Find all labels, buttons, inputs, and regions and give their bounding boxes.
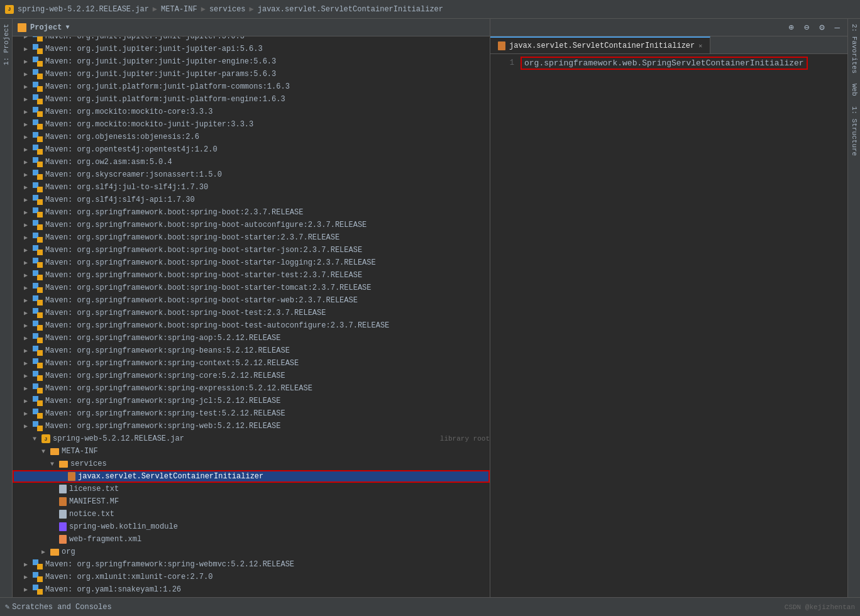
tree-item-maven-spring-boot-starter-web[interactable]: ▶Maven: org.springframework.boot:spring-…	[13, 294, 490, 307]
maven-icon	[33, 371, 43, 381]
toolbar-btn-remove[interactable]: ⊖	[802, 21, 812, 34]
tree-item-file-manifest[interactable]: MANIFEST.MF	[13, 495, 490, 508]
tree-item-maven-spring-webmvc[interactable]: ▶Maven: org.springframework:spring-webmv…	[13, 558, 490, 571]
watermark: CSDN @kejizhentan	[785, 603, 855, 611]
tree-item-maven-junit-platform-engine[interactable]: ▶Maven: org.junit.platform:junit-platfor…	[13, 93, 490, 106]
tree-item-maven-spring-boot-autoconfigure[interactable]: ▶Maven: org.springframework.boot:spring-…	[13, 219, 490, 231]
tree-item-folder-meta-inf[interactable]: ▼META-INF	[13, 445, 490, 458]
tree-item-maven-skyscreamer-jsonassert[interactable]: ▶Maven: org.skyscreamer:jsonassert:1.5.0	[13, 168, 490, 181]
maven-icon	[33, 57, 43, 67]
tree-item-label: Maven: org.yaml:snakeyaml:1.26	[45, 585, 490, 594]
tree-item-maven-ow2-asm[interactable]: ▶Maven: org.ow2.asm:asm:5.0.4	[13, 156, 490, 168]
tree-arrow: ▶	[24, 246, 33, 254]
tree-item-label: Maven: org.springframework:spring-webmvc…	[45, 560, 490, 569]
tree-item-label: MANIFEST.MF	[69, 497, 490, 506]
kotlin-file-icon	[59, 522, 67, 531]
scratches-consoles[interactable]: ✎ Scratches and Consoles	[5, 602, 112, 612]
tree-item-maven-spring-boot-starter-tomcat[interactable]: ▶Maven: org.springframework.boot:spring-…	[13, 282, 490, 294]
title-services: services	[209, 5, 246, 14]
tree-item-maven-junit-jupiter-params[interactable]: ▶Maven: org.junit.jupiter:junit-jupiter-…	[13, 68, 490, 80]
right-tab-structure[interactable]: 1: Structure	[849, 101, 859, 161]
tree-item-maven-mockito-junit-jupiter[interactable]: ▶Maven: org.mockito:mockito-junit-jupite…	[13, 118, 490, 131]
tree-item-maven-spring-boot-test[interactable]: ▶Maven: org.springframework.boot:spring-…	[13, 307, 490, 319]
editor-content[interactable]: 1 org.springframework.web.SpringServletC…	[490, 54, 847, 597]
tree-arrow: ▶	[24, 410, 33, 417]
tree-item-label: Maven: org.skyscreamer:jsonassert:1.5.0	[45, 170, 490, 179]
panel-arrow[interactable]: ▼	[65, 24, 69, 31]
tree-item-maven-xmlunit-core[interactable]: ▶Maven: org.xmlunit:xmlunit-core:2.7.0	[13, 571, 490, 583]
tree-item-maven-spring-jcl[interactable]: ▶Maven: org.springframework:spring-jcl:5…	[13, 395, 490, 407]
maven-icon	[33, 572, 43, 582]
toolbar-btn-add[interactable]: ⊕	[786, 21, 796, 34]
tree-item-maven-junit-platform-commons[interactable]: ▶Maven: org.junit.platform:junit-platfor…	[13, 80, 490, 93]
tree-item-maven-spring-expression[interactable]: ▶Maven: org.springframework:spring-expre…	[13, 382, 490, 395]
tree-item-maven-spring-boot-starter-logging[interactable]: ▶Maven: org.springframework.boot:spring-…	[13, 256, 490, 269]
tree-arrow: ▶	[24, 347, 33, 355]
maven-icon	[33, 559, 43, 569]
left-tab-project[interactable]: 1: Project	[1, 19, 11, 70]
tree-item-label: javax.servlet.ServletContainerInitialize…	[78, 472, 490, 481]
project-tree[interactable]: ▶Maven: org.junit.jupiter:junit-jupiter:…	[13, 36, 490, 597]
tree-item-maven-junit-jupiter[interactable]: ▶Maven: org.junit.jupiter:junit-jupiter:…	[13, 36, 490, 43]
tree-item-maven-mockito-core[interactable]: ▶Maven: org.mockito:mockito-core:3.3.3	[13, 106, 490, 118]
tree-item-label: Maven: org.junit.platform:junit-platform…	[45, 95, 490, 104]
tree-arrow: ▼	[41, 448, 50, 455]
tree-item-label: Maven: org.junit.jupiter:junit-jupiter-p…	[45, 70, 490, 79]
maven-icon	[33, 182, 43, 192]
tree-item-maven-spring-boot-test-autoconfigure[interactable]: ▶Maven: org.springframework.boot:spring-…	[13, 319, 490, 332]
tab-close-btn[interactable]: ✕	[698, 42, 702, 50]
toolbar-btn-settings[interactable]: ⚙	[817, 21, 827, 34]
tree-item-maven-junit-jupiter-engine[interactable]: ▶Maven: org.junit.jupiter:junit-jupiter-…	[13, 55, 490, 68]
editor-tab-servlet-initializer[interactable]: javax.servlet.ServletContainerInitialize…	[490, 36, 710, 53]
tree-item-label: Maven: org.springframework:spring-core:5…	[45, 371, 490, 380]
tree-item-maven-snakeyaml[interactable]: ▶Maven: org.yaml:snakeyaml:1.26	[13, 583, 490, 596]
tree-arrow: ▶	[24, 372, 33, 380]
tree-item-file-license[interactable]: license.txt	[13, 483, 490, 495]
maven-icon	[33, 195, 43, 205]
tree-item-maven-slf4j-api[interactable]: ▶Maven: org.slf4j:slf4j-api:1.7.30	[13, 194, 490, 206]
toolbar-btn-collapse[interactable]: —	[832, 21, 842, 34]
text-file-icon	[59, 510, 67, 519]
tree-item-label: Maven: org.springframework:spring-expres…	[45, 384, 490, 393]
tab-label: javax.servlet.ServletContainerInitialize…	[509, 41, 695, 50]
tree-item-label: Maven: org.springframework.boot:spring-b…	[45, 283, 490, 292]
tree-item-folder-services[interactable]: ▼services	[13, 458, 490, 470]
tree-item-file-kotlin-module[interactable]: spring-web.kotlin_module	[13, 520, 490, 533]
maven-icon	[33, 409, 43, 419]
tree-item-maven-objenesis[interactable]: ▶Maven: org.objenesis:objenesis:2.6	[13, 131, 490, 143]
tree-item-maven-spring-aop[interactable]: ▶Maven: org.springframework:spring-aop:5…	[13, 332, 490, 344]
right-tab-favorites[interactable]: 2: Favorites	[849, 19, 859, 79]
tree-item-maven-slf4j-jul[interactable]: ▶Maven: org.slf4j:jul-to-slf4j:1.7.30	[13, 181, 490, 194]
tree-item-file-notice[interactable]: notice.txt	[13, 508, 490, 520]
tree-item-file-web-fragment[interactable]: web-fragment.xml	[13, 533, 490, 546]
maven-icon	[33, 321, 43, 331]
tree-item-label: Maven: org.junit.jupiter:junit-jupiter:5…	[45, 36, 490, 41]
tree-arrow: ▶	[24, 158, 33, 166]
tree-item-maven-spring-core[interactable]: ▶Maven: org.springframework:spring-core:…	[13, 370, 490, 382]
tree-arrow: ▶	[24, 322, 33, 329]
right-tab-web[interactable]: Web	[849, 79, 859, 101]
tree-item-maven-spring-test[interactable]: ▶Maven: org.springframework:spring-test:…	[13, 407, 490, 420]
tree-item-jar-spring-web[interactable]: ▼Jspring-web-5.2.12.RELEASE.jarlibrary r…	[13, 432, 490, 445]
tree-item-label: Maven: org.springframework:spring-jcl:5.…	[45, 397, 490, 405]
tree-item-maven-spring-boot[interactable]: ▶Maven: org.springframework.boot:spring-…	[13, 206, 490, 219]
tree-item-maven-spring-boot-starter-test[interactable]: ▶Maven: org.springframework.boot:spring-…	[13, 269, 490, 282]
maven-icon	[33, 333, 43, 343]
tree-item-maven-spring-web[interactable]: ▶Maven: org.springframework:spring-web:5…	[13, 420, 490, 432]
tree-arrow: ▶	[24, 209, 33, 216]
tree-item-file-servlet-initializer[interactable]: javax.servlet.ServletContainerInitialize…	[13, 470, 490, 483]
tree-item-suffix: library root	[440, 435, 490, 443]
tree-item-maven-junit-jupiter-api[interactable]: ▶Maven: org.junit.jupiter:junit-jupiter-…	[13, 43, 490, 55]
tree-item-maven-spring-beans[interactable]: ▶Maven: org.springframework:spring-beans…	[13, 344, 490, 357]
maven-icon	[33, 283, 43, 293]
tree-item-maven-opentest4j[interactable]: ▶Maven: org.opentest4j:opentest4j:1.2.0	[13, 143, 490, 156]
tree-arrow: ▶	[24, 96, 33, 103]
title-bar: J spring-web-5.2.12.RELEASE.jar ▶ META-I…	[0, 0, 860, 19]
tree-item-maven-spring-boot-starter-json[interactable]: ▶Maven: org.springframework.boot:spring-…	[13, 244, 490, 256]
tree-item-label: Maven: org.springframework.boot:spring-b…	[45, 271, 490, 280]
tree-item-label: META-INF	[62, 447, 490, 456]
tree-item-maven-spring-boot-starter[interactable]: ▶Maven: org.springframework.boot:spring-…	[13, 231, 490, 244]
tree-item-maven-spring-context[interactable]: ▶Maven: org.springframework:spring-conte…	[13, 357, 490, 370]
tree-item-label: Maven: org.springframework.boot:spring-b…	[45, 221, 490, 229]
tree-item-folder-org[interactable]: ▶org	[13, 546, 490, 558]
